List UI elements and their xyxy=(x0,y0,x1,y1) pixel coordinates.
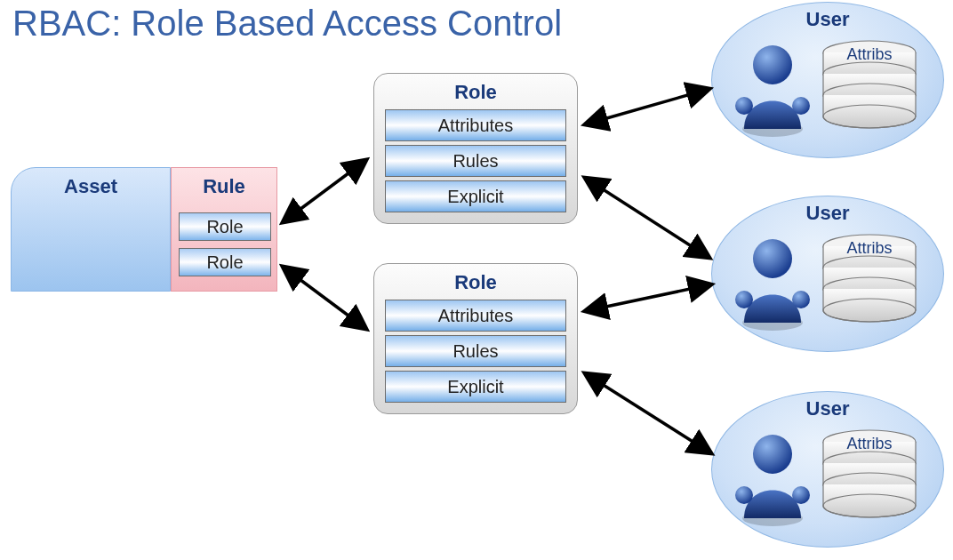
user-icon xyxy=(733,234,812,332)
asset-label: Asset xyxy=(12,175,170,198)
user-1: User Attribs xyxy=(711,2,944,158)
role-panel-1: Role Attributes Rules Explicit xyxy=(373,73,578,224)
database-label: Attribs xyxy=(821,239,918,258)
svg-point-1 xyxy=(735,97,753,115)
role-panel-1-explicit: Explicit xyxy=(385,180,566,212)
role-panel-2-title: Role xyxy=(385,271,566,294)
role-panel-1-rules: Rules xyxy=(385,145,566,177)
user-3: User Attribs xyxy=(711,391,944,548)
user-1-label: User xyxy=(712,8,943,31)
rule-role-1: Role xyxy=(179,212,271,241)
user-3-label: User xyxy=(712,397,943,420)
role-panel-1-title: Role xyxy=(385,81,566,104)
svg-point-10 xyxy=(792,291,810,308)
diagram-title: RBAC: Role Based Access Control xyxy=(12,4,562,44)
role-panel-2-attributes: Attributes xyxy=(385,300,566,332)
role-panel-2-explicit: Explicit xyxy=(385,371,566,403)
database-icon: Attribs xyxy=(821,429,918,534)
rule-role-2: Role xyxy=(179,248,271,276)
svg-line-27 xyxy=(585,178,709,258)
svg-line-26 xyxy=(585,89,709,124)
svg-point-11 xyxy=(753,239,792,278)
user-icon xyxy=(733,40,812,138)
svg-point-19 xyxy=(753,435,792,474)
role-panel-2: Role Attributes Rules Explicit xyxy=(373,263,578,414)
rule-label: Rule xyxy=(172,175,276,198)
role-panel-1-attributes: Attributes xyxy=(385,109,566,141)
database-label: Attribs xyxy=(821,435,918,453)
svg-line-24 xyxy=(283,160,366,222)
asset-box: Asset xyxy=(11,167,171,292)
svg-point-18 xyxy=(792,486,810,504)
role-panel-2-rules: Rules xyxy=(385,335,566,367)
user-icon xyxy=(733,429,812,527)
svg-point-3 xyxy=(753,45,792,84)
svg-line-28 xyxy=(585,284,711,311)
user-2: User Attribs xyxy=(711,196,944,352)
user-2-label: User xyxy=(712,202,943,225)
svg-point-2 xyxy=(792,97,810,115)
database-icon: Attribs xyxy=(821,234,918,339)
database-label: Attribs xyxy=(821,45,918,64)
svg-line-29 xyxy=(585,373,711,453)
rule-box: Rule Role Role xyxy=(171,167,277,292)
svg-line-25 xyxy=(283,267,366,329)
svg-point-17 xyxy=(735,486,753,504)
svg-point-9 xyxy=(735,291,753,308)
database-icon: Attribs xyxy=(821,40,918,145)
